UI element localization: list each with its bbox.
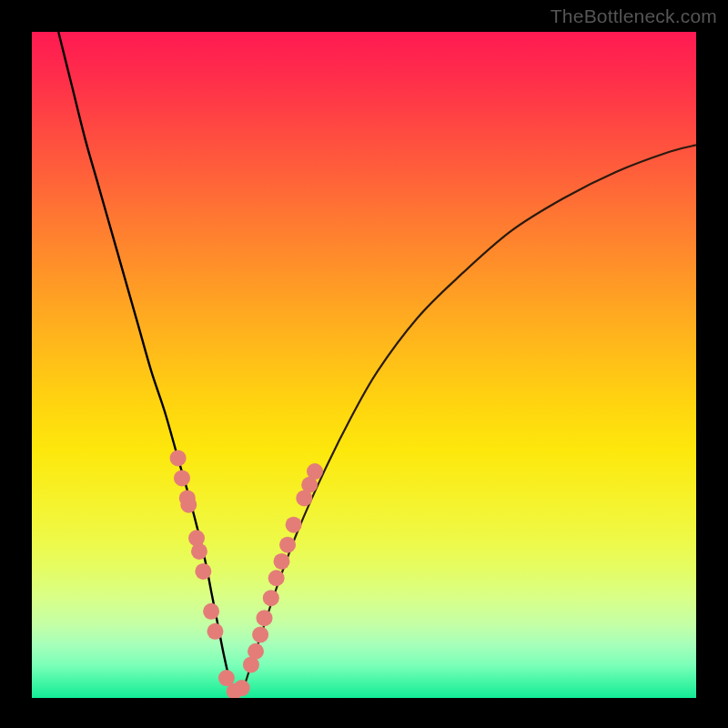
data-marker <box>195 563 211 580</box>
data-marker <box>263 590 279 606</box>
data-marker <box>307 463 323 480</box>
data-marker <box>248 643 264 660</box>
chart-frame: TheBottleneck.com <box>0 0 728 728</box>
data-marker <box>257 610 273 626</box>
data-marker <box>191 543 207 560</box>
data-marker <box>286 517 302 533</box>
plot-area <box>32 32 696 698</box>
bottleneck-svg <box>32 32 696 698</box>
watermark-text: TheBottleneck.com <box>551 5 717 27</box>
data-marker <box>268 570 285 586</box>
data-marker <box>170 450 187 466</box>
data-marker <box>234 680 250 696</box>
data-marker <box>296 490 312 506</box>
data-marker <box>252 626 268 642</box>
data-marker <box>227 683 243 698</box>
data-marker <box>273 553 289 570</box>
data-marker <box>301 477 318 493</box>
data-marker <box>188 530 205 546</box>
data-marker <box>174 470 190 486</box>
curve-left <box>58 32 238 692</box>
data-marker <box>218 670 235 686</box>
data-marker <box>179 490 196 506</box>
data-marker <box>180 497 197 513</box>
data-marker <box>243 656 259 672</box>
data-marker <box>279 537 296 553</box>
data-marker <box>207 623 223 640</box>
data-marker <box>203 603 219 620</box>
curve-right <box>238 145 696 691</box>
